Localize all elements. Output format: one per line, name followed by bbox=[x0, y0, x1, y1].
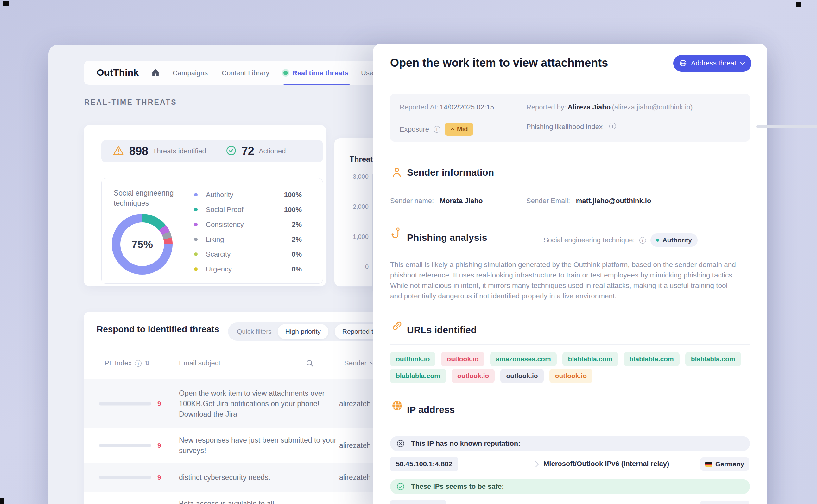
germany-flag-icon bbox=[705, 462, 712, 467]
sender-email-value: matt.jiaho@outthink.io bbox=[576, 197, 652, 205]
y-tick: 2,000 bbox=[334, 203, 369, 210]
nav-item-campaigns[interactable]: Campaigns bbox=[172, 69, 208, 77]
legend-label: Social Proof bbox=[206, 206, 244, 214]
email-subject-cell: New responses have just been submitted t… bbox=[179, 435, 339, 456]
pli-label: Phishing likelihood index bbox=[526, 123, 602, 131]
pl-index-bar bbox=[99, 444, 151, 447]
search-icon[interactable] bbox=[306, 359, 314, 367]
stats-strip: 898 Threats identified 72 Actioned bbox=[101, 140, 323, 162]
country-chip: Germany bbox=[700, 501, 749, 504]
legend-label: Liking bbox=[206, 235, 224, 244]
panel-title: Open the work item to view attachments bbox=[390, 56, 675, 70]
legend-dot bbox=[194, 208, 197, 211]
legend-dot bbox=[194, 252, 197, 256]
social-engineering-donut-chart: 75% bbox=[112, 214, 172, 275]
globe-badge-icon bbox=[679, 59, 687, 67]
address-threat-label: Address threat bbox=[691, 59, 736, 67]
sort-icon[interactable]: ⇅ bbox=[145, 359, 150, 367]
legend-value: 2% bbox=[292, 235, 302, 244]
technique-badge: Authority bbox=[651, 233, 698, 247]
ip-row: 50.45.100.102 Microsoft/Outlook IPv6 (in… bbox=[390, 500, 750, 504]
outthink-logo: OutThink bbox=[97, 67, 139, 78]
exposure-row: Exposure i Mid bbox=[400, 123, 473, 136]
caret-up-icon bbox=[450, 128, 454, 131]
sender-name-label: Sender name: bbox=[390, 197, 434, 205]
ip-relay: Microsoft/Outlook IPv6 (internal relay) bbox=[543, 460, 669, 468]
column-pl-index[interactable]: PL Index i ⇅ bbox=[104, 359, 150, 367]
warning-triangle-icon bbox=[113, 145, 124, 157]
legend-item: Consistency2% bbox=[194, 220, 302, 229]
ip-chip[interactable]: 50.45.100.102 bbox=[390, 500, 446, 504]
exposure-label: Exposure bbox=[400, 125, 429, 134]
reported-by-email: (alireza.jiaho@outthink.io) bbox=[612, 103, 693, 111]
arrow-right-icon bbox=[471, 464, 537, 464]
legend-dot bbox=[194, 223, 197, 226]
ip-reputation-text: This IP has no known reputation: bbox=[411, 439, 521, 448]
pl-index-bar bbox=[99, 476, 151, 479]
donut-legend: Authority100% Social Proof100% Consisten… bbox=[194, 190, 302, 274]
threats-chart-y-axis: 3,000 2,000 1,000 0 bbox=[334, 173, 369, 271]
filter-high-priority[interactable]: High priority bbox=[278, 324, 329, 339]
home-icon[interactable] bbox=[151, 68, 160, 78]
country-chip: Germany bbox=[700, 457, 749, 471]
url-chip[interactable]: amazoneses.com bbox=[490, 352, 557, 366]
nav-item-content-library[interactable]: Content Library bbox=[222, 69, 269, 77]
legend-label: Scarcity bbox=[206, 250, 231, 258]
social-engineering-card: Social engineering techniques 75% Author… bbox=[101, 178, 323, 284]
nav-item-real-time-threats[interactable]: Real time threats bbox=[292, 69, 348, 77]
url-chip[interactable]: outthink.io bbox=[390, 352, 435, 366]
legend-value: 0% bbox=[292, 250, 302, 258]
legend-label: Authority bbox=[206, 191, 234, 199]
person-icon bbox=[391, 166, 402, 179]
divider bbox=[390, 251, 750, 251]
reported-by-label: Reported by: bbox=[526, 103, 566, 111]
url-chip[interactable]: blablabla.com bbox=[390, 369, 446, 383]
url-chip[interactable]: blablabla.com bbox=[562, 352, 618, 366]
info-icon[interactable]: i bbox=[135, 360, 141, 367]
info-icon[interactable]: i bbox=[639, 237, 646, 244]
ip-safe-text: These IPs seems to be safe: bbox=[411, 482, 504, 491]
url-chip[interactable]: outlook.io bbox=[549, 369, 592, 383]
sender-cell: alirezateh bbox=[339, 473, 371, 482]
live-status-dot bbox=[284, 71, 288, 75]
url-chip[interactable]: blablabla.com bbox=[685, 352, 741, 366]
sender-email-label: Sender Email: bbox=[526, 197, 570, 205]
threat-detail-panel: Open the work item to view attachments A… bbox=[373, 44, 767, 504]
url-chip[interactable]: outlook.io bbox=[441, 352, 484, 366]
exposure-badge: Mid bbox=[445, 123, 473, 136]
threats-identified-label: Threats identified bbox=[153, 147, 206, 155]
globe-icon bbox=[391, 400, 403, 413]
url-chip[interactable]: outlook.io bbox=[500, 369, 543, 383]
url-chip[interactable]: blablabla.com bbox=[624, 352, 680, 366]
email-subject-cell: distinct cybersecurity needs. bbox=[179, 472, 339, 482]
phishing-analysis-body: This email is likely a phishing simulati… bbox=[390, 259, 749, 301]
y-tick: 0 bbox=[334, 263, 369, 271]
info-icon[interactable]: i bbox=[433, 126, 440, 133]
ip-safe-banner: These IPs seems to be safe: bbox=[390, 479, 750, 494]
active-tab-underline bbox=[284, 84, 350, 85]
legend-value: 100% bbox=[284, 206, 302, 214]
reported-by-name: Alireza Jiaho bbox=[567, 103, 610, 111]
reported-at-value: 14/02/2025 02:15 bbox=[440, 103, 494, 111]
ip-address-heading: IP address bbox=[407, 404, 455, 415]
actioned-label: Actioned bbox=[259, 147, 286, 155]
address-threat-button[interactable]: Address threat bbox=[673, 55, 752, 72]
technique-dot bbox=[656, 239, 659, 242]
url-chip[interactable]: outlook.io bbox=[452, 369, 495, 383]
screen-artifact bbox=[796, 2, 801, 7]
legend-value: 100% bbox=[284, 191, 302, 199]
ip-reputation-banner: This IP has no known reputation: bbox=[390, 436, 750, 451]
check-circle-icon bbox=[396, 482, 405, 491]
legend-item: Social Proof100% bbox=[194, 205, 302, 215]
hook-icon bbox=[391, 227, 402, 240]
ip-chip[interactable]: 50.45.100.1:4.802 bbox=[390, 457, 458, 471]
column-sender[interactable]: Sender bbox=[344, 359, 375, 367]
legend-label: Consistency bbox=[206, 221, 244, 229]
sender-cell: alirezateh bbox=[339, 441, 371, 450]
legend-value: 2% bbox=[292, 221, 302, 229]
quick-filters-label: Quick filters bbox=[237, 328, 272, 335]
reported-by: Reported by: Alireza Jiaho (alireza.jiah… bbox=[526, 103, 693, 111]
sender-cell: alirezateh bbox=[339, 399, 371, 408]
info-icon[interactable]: i bbox=[609, 123, 616, 129]
donut-title: Social engineering techniques bbox=[114, 188, 206, 208]
